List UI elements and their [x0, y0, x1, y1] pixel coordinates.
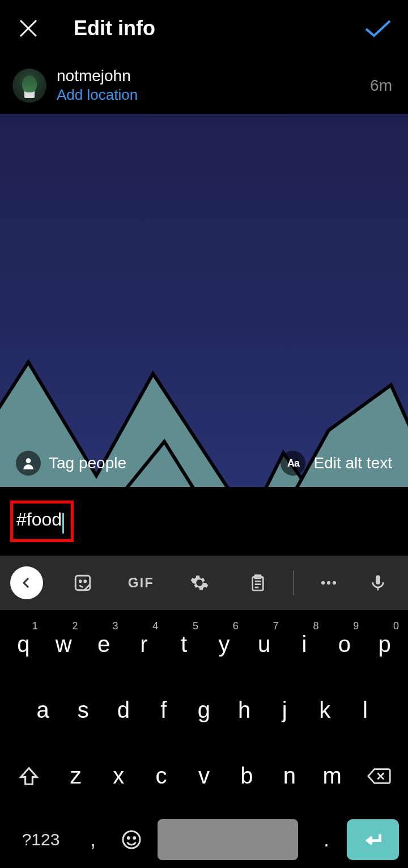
svg-rect-17	[376, 575, 380, 584]
key-v[interactable]: v	[182, 750, 225, 803]
key-t[interactable]: t5	[164, 618, 204, 671]
enter-icon	[362, 829, 384, 850]
more-button[interactable]	[300, 556, 358, 610]
svg-point-22	[128, 837, 129, 839]
svg-rect-6	[75, 575, 90, 590]
edit-alt-text-button[interactable]: Aa Edit alt text	[280, 451, 392, 476]
key-l[interactable]: l	[345, 684, 385, 737]
key-sup: 5	[193, 620, 198, 632]
key-sup: 0	[393, 620, 399, 632]
key-x[interactable]: x	[97, 750, 139, 803]
key-sup: 7	[273, 620, 279, 632]
svg-point-5	[26, 458, 31, 463]
toolbar-collapse-button[interactable]	[10, 566, 43, 599]
edit-alt-text-label: Edit alt text	[313, 454, 392, 472]
key-sup: 2	[73, 620, 78, 632]
comma-key[interactable]: ,	[73, 815, 113, 864]
key-q[interactable]: q1	[3, 618, 44, 671]
svg-point-15	[327, 581, 330, 585]
key-e[interactable]: e3	[84, 618, 124, 671]
sticker-icon	[73, 573, 92, 592]
key-w[interactable]: w2	[44, 618, 84, 671]
gear-icon	[190, 573, 209, 592]
username[interactable]: notmejohn	[57, 67, 370, 85]
key-h[interactable]: h	[224, 684, 265, 737]
keyboard-toolbar: GIF	[0, 556, 408, 610]
header: Edit info	[0, 0, 408, 57]
key-j[interactable]: j	[265, 684, 305, 737]
key-s[interactable]: s	[63, 684, 103, 737]
key-g[interactable]: g	[184, 684, 224, 737]
timestamp: 6m	[370, 77, 396, 95]
backspace-key[interactable]	[354, 750, 405, 803]
key-c[interactable]: c	[140, 750, 182, 803]
key-z[interactable]: z	[54, 750, 97, 803]
tag-people-button[interactable]: Tag people	[16, 451, 126, 476]
key-sup: 8	[313, 620, 318, 632]
space-key[interactable]	[158, 819, 298, 860]
keyboard-row-3: zxcvbnm	[3, 750, 405, 803]
emoji-key[interactable]	[113, 815, 150, 864]
keyboard-row-4: ?123 , .	[3, 815, 405, 864]
chevron-left-icon	[20, 576, 33, 590]
enter-key[interactable]	[347, 819, 399, 860]
post-image[interactable]: Tag people Aa Edit alt text	[0, 114, 408, 487]
key-d[interactable]: d	[103, 684, 143, 737]
confirm-button[interactable]	[364, 14, 392, 43]
keyboard-row-3-letters: zxcvbnm	[54, 750, 354, 803]
image-overlay-row: Tag people Aa Edit alt text	[0, 451, 408, 476]
clipboard-button[interactable]	[229, 556, 287, 610]
settings-button[interactable]	[170, 556, 228, 610]
key-k[interactable]: k	[305, 684, 345, 737]
keyboard-row-2: asdfghjkl	[3, 684, 405, 737]
period-key[interactable]: .	[306, 815, 347, 864]
caption-area: #food	[0, 487, 408, 556]
tag-people-label: Tag people	[49, 454, 126, 472]
page-title: Edit info	[74, 16, 364, 40]
key-u[interactable]: u7	[244, 618, 284, 671]
user-row: notmejohn Add location 6m	[0, 57, 408, 114]
mic-icon	[369, 574, 387, 592]
caption-input[interactable]: #food	[16, 509, 62, 530]
emoji-icon	[121, 829, 142, 850]
svg-point-7	[79, 581, 81, 582]
key-i[interactable]: i8	[284, 618, 325, 671]
svg-point-23	[134, 837, 135, 839]
close-button[interactable]	[16, 16, 41, 41]
gif-label: GIF	[128, 575, 154, 591]
person-icon	[16, 451, 41, 476]
key-sup: 4	[152, 620, 158, 632]
clipboard-icon	[249, 574, 267, 592]
shift-icon	[18, 765, 40, 787]
avatar[interactable]	[12, 69, 46, 103]
key-y[interactable]: y6	[204, 618, 244, 671]
keyboard-row-1: q1w2e3r4t5y6u7i8o9p0	[3, 618, 405, 671]
symbols-key[interactable]: ?123	[9, 815, 73, 864]
key-f[interactable]: f	[143, 684, 184, 737]
svg-point-14	[321, 581, 325, 585]
toolbar-separator	[293, 570, 294, 595]
voice-button[interactable]	[358, 556, 398, 610]
key-sup: 1	[32, 620, 38, 632]
key-r[interactable]: r4	[124, 618, 164, 671]
key-a[interactable]: a	[23, 684, 63, 737]
sticker-button[interactable]	[53, 556, 112, 610]
text-icon: Aa	[280, 451, 305, 476]
key-sup: 6	[233, 620, 239, 632]
backspace-icon	[367, 767, 392, 786]
key-sup: 9	[353, 620, 359, 632]
svg-point-8	[84, 581, 86, 582]
svg-point-16	[333, 581, 336, 585]
gif-button[interactable]: GIF	[112, 556, 170, 610]
key-m[interactable]: m	[311, 750, 354, 803]
keyboard: q1w2e3r4t5y6u7i8o9p0 asdfghjkl zxcvbnm ?…	[0, 610, 408, 868]
text-cursor	[62, 513, 64, 533]
shift-key[interactable]	[3, 750, 54, 803]
close-icon	[17, 17, 40, 40]
key-n[interactable]: n	[268, 750, 311, 803]
check-icon	[364, 18, 392, 39]
key-o[interactable]: o9	[324, 618, 364, 671]
add-location-link[interactable]: Add location	[57, 86, 370, 104]
key-p[interactable]: p0	[364, 618, 405, 671]
key-b[interactable]: b	[226, 750, 268, 803]
